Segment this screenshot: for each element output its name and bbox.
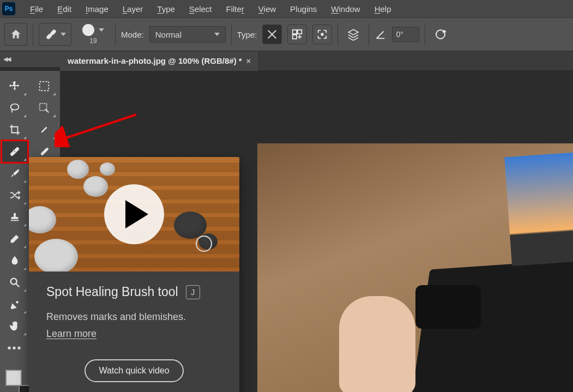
chevron-down-icon [61, 33, 66, 36]
marquee-icon [38, 80, 50, 92]
tooltip-video-thumbnail[interactable] [29, 157, 239, 272]
play-icon [125, 200, 148, 228]
tooltip-title: Spot Healing Brush tool [46, 285, 178, 299]
eraser-tool[interactable] [2, 228, 28, 250]
dodge-tool[interactable] [2, 272, 28, 293]
lasso-tool[interactable] [2, 97, 28, 119]
type-proximity-match-button[interactable] [312, 25, 332, 44]
shuffle-icon [9, 189, 21, 201]
watch-video-button[interactable]: Watch quick video [85, 359, 183, 382]
sample-all-layers-button[interactable] [343, 25, 363, 44]
brush-icon [9, 167, 21, 179]
brush-angle-input[interactable]: 0° [392, 27, 419, 42]
hand-tool[interactable] [2, 315, 28, 337]
brush-dot-icon [82, 24, 94, 36]
document-tab-bar: watermark-in-a-photo.jpg @ 100% (RGB/8#)… [60, 51, 573, 71]
bandage-icon [44, 27, 58, 41]
close-icon[interactable]: × [246, 57, 251, 65]
more-tools[interactable]: ••• [2, 337, 28, 359]
tool-preset-picker[interactable] [39, 23, 71, 46]
menu-view[interactable]: View [251, 4, 283, 14]
crop-icon [9, 124, 21, 136]
tool-tooltip-popover: Spot Healing Brush tool J Removes marks … [29, 157, 239, 392]
brush-preset-picker[interactable]: 19 [77, 24, 110, 45]
mode-value: Normal [155, 30, 182, 39]
content-aware-icon [266, 28, 278, 40]
svg-rect-4 [298, 30, 301, 34]
pen-tool[interactable] [2, 293, 28, 315]
mode-select[interactable]: Normal [149, 26, 226, 43]
move-tool[interactable] [2, 75, 28, 97]
learn-more-link[interactable]: Learn more [46, 328, 96, 339]
menu-type[interactable]: Type [150, 4, 182, 14]
play-button[interactable] [104, 184, 164, 244]
bandage-icon [8, 145, 21, 158]
menu-plugins[interactable]: Plugins [283, 4, 324, 14]
menu-edit[interactable]: Edit [50, 4, 79, 14]
document-tab[interactable]: watermark-in-a-photo.jpg @ 100% (RGB/8#)… [60, 51, 259, 71]
document-canvas[interactable] [257, 143, 573, 392]
home-button[interactable] [4, 23, 27, 46]
divider [369, 23, 369, 45]
clone-stamp-tool[interactable] [2, 206, 28, 228]
quick-selection-tool[interactable] [31, 97, 57, 119]
svg-rect-8 [40, 82, 49, 91]
lasso-icon [9, 102, 21, 114]
eyedropper-tool[interactable] [31, 119, 57, 141]
menu-image[interactable]: Image [79, 4, 116, 14]
ellipsis-icon: ••• [7, 342, 22, 354]
magnify-icon [9, 276, 21, 288]
svg-rect-5 [293, 35, 297, 39]
chevron-down-icon [99, 28, 104, 32]
type-content-aware-button[interactable] [262, 25, 282, 44]
svg-rect-3 [293, 30, 297, 34]
eyedropper-icon [38, 124, 50, 136]
chevron-left-icon: ◀◀ [3, 56, 10, 63]
menu-file[interactable]: File [23, 4, 50, 14]
eraser-icon [9, 233, 21, 245]
remix-tool[interactable] [2, 184, 28, 206]
svg-point-1 [50, 33, 51, 34]
svg-point-6 [322, 33, 324, 35]
svg-point-12 [13, 149, 14, 150]
menu-bar: Ps File Edit Image Layer Type Select Fil… [0, 0, 573, 17]
svg-point-14 [16, 153, 17, 154]
sparkle-bandage-icon [38, 145, 51, 158]
chevron-down-icon [214, 33, 220, 36]
svg-point-13 [14, 151, 15, 152]
pressure-size-button[interactable] [431, 25, 450, 44]
texture-icon [291, 28, 303, 40]
tooltip-description: Removes marks and blemishes. [46, 311, 222, 323]
menu-help[interactable]: Help [367, 4, 399, 14]
stamp-icon [9, 211, 21, 223]
tooltip-shortcut-key: J [186, 285, 200, 299]
spot-healing-brush-tool[interactable] [2, 141, 28, 162]
menu-layer[interactable]: Layer [116, 4, 150, 14]
document-tab-title: watermark-in-a-photo.jpg @ 100% (RGB/8#)… [68, 56, 242, 65]
svg-point-2 [52, 35, 53, 36]
mode-label: Mode: [121, 30, 144, 39]
menu-window[interactable]: Window [324, 4, 367, 14]
divider [425, 23, 425, 45]
panel-collapse-strip[interactable]: ◀◀ [0, 51, 60, 68]
color-swatches[interactable] [5, 370, 28, 392]
brush-size-label: 19 [89, 37, 96, 45]
svg-rect-0 [46, 29, 57, 40]
target-icon [434, 28, 447, 41]
smudge-tool[interactable] [2, 250, 28, 272]
svg-point-16 [11, 279, 17, 285]
brush-tool[interactable] [2, 162, 28, 184]
hand-icon [9, 320, 21, 332]
foreground-color-swatch[interactable] [5, 370, 22, 386]
pen-icon [9, 298, 21, 310]
divider [115, 23, 116, 45]
layers-icon [347, 28, 360, 41]
menu-filter[interactable]: Filter [219, 4, 251, 14]
marquee-tool[interactable] [31, 75, 57, 97]
type-label: Type: [237, 30, 257, 39]
type-create-texture-button[interactable] [287, 25, 307, 44]
menu-select[interactable]: Select [182, 4, 219, 14]
crop-tool[interactable] [2, 119, 28, 141]
drop-icon [9, 255, 21, 267]
options-bar: 19 Mode: Normal Type: 0° [0, 17, 573, 51]
